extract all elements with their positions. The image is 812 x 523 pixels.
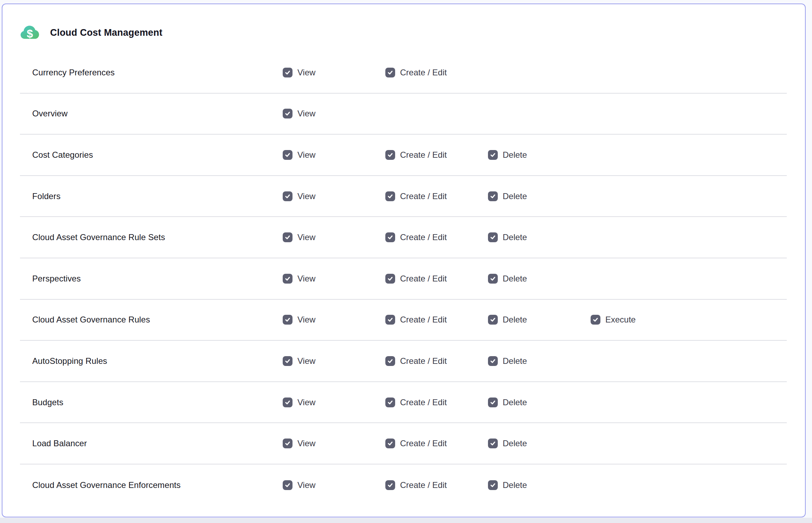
permission-label: View xyxy=(297,109,316,118)
checkbox-checked-icon[interactable] xyxy=(385,398,395,407)
checkbox-checked-icon[interactable] xyxy=(283,480,293,490)
checkbox-checked-icon[interactable] xyxy=(385,356,395,366)
checkbox-checked-icon[interactable] xyxy=(283,68,293,77)
permission-cell[interactable]: View xyxy=(283,356,385,366)
checkbox-checked-icon[interactable] xyxy=(488,150,498,160)
permission-cell[interactable]: Delete xyxy=(488,191,591,201)
checkbox-checked-icon[interactable] xyxy=(283,232,293,242)
row-label: Perspectives xyxy=(32,274,283,284)
permission-cell[interactable]: View xyxy=(283,274,385,284)
permission-cell[interactable]: View xyxy=(283,398,385,407)
cloud-dollar-icon: $ xyxy=(20,24,40,41)
permission-cell[interactable]: Create / Edit xyxy=(385,191,488,201)
permission-label: Create / Edit xyxy=(400,150,447,160)
permission-cell[interactable]: View xyxy=(283,480,385,490)
permission-label: Create / Edit xyxy=(400,315,447,325)
permission-label: View xyxy=(297,68,316,77)
row-label: Cloud Asset Governance Rule Sets xyxy=(32,232,283,242)
checkbox-checked-icon[interactable] xyxy=(283,109,293,118)
checkbox-checked-icon[interactable] xyxy=(488,232,498,242)
permission-cell[interactable]: Delete xyxy=(488,274,591,284)
permission-cell[interactable]: Create / Edit xyxy=(385,150,488,160)
permission-cell[interactable]: Delete xyxy=(488,356,591,366)
permission-label: Delete xyxy=(503,439,527,448)
permission-cell[interactable]: Create / Edit xyxy=(385,232,488,242)
panel-header: $ Cloud Cost Management xyxy=(2,4,805,41)
checkbox-checked-icon[interactable] xyxy=(283,356,293,366)
permission-label: Create / Edit xyxy=(400,191,447,201)
checkbox-checked-icon[interactable] xyxy=(283,315,293,325)
permission-cell[interactable]: View xyxy=(283,109,385,118)
permission-cell[interactable]: View xyxy=(283,68,385,77)
permission-cell[interactable]: Create / Edit xyxy=(385,439,488,448)
permission-label: Create / Edit xyxy=(400,480,447,490)
permission-cell[interactable]: Delete xyxy=(488,232,591,242)
permissions-list: Currency Preferences View Create / Edit … xyxy=(20,52,787,506)
permission-label: View xyxy=(297,232,316,242)
checkbox-checked-icon[interactable] xyxy=(488,439,498,448)
permission-cell[interactable]: Create / Edit xyxy=(385,356,488,366)
permission-cell[interactable]: View xyxy=(283,232,385,242)
checkbox-checked-icon[interactable] xyxy=(488,315,498,325)
permission-cell[interactable]: Delete xyxy=(488,150,591,160)
permission-cell[interactable]: Execute xyxy=(591,315,787,325)
permission-cell[interactable]: Create / Edit xyxy=(385,398,488,407)
permission-label: View xyxy=(297,480,316,490)
page-bottom-strip xyxy=(0,518,812,523)
checkbox-checked-icon[interactable] xyxy=(488,480,498,490)
permission-label: Delete xyxy=(503,232,527,242)
permission-row: Load Balancer View Create / Edit xyxy=(20,423,787,464)
permission-cell[interactable]: Delete xyxy=(488,398,591,407)
permission-cell[interactable]: Create / Edit xyxy=(385,315,488,325)
permission-label: Create / Edit xyxy=(400,232,447,242)
permission-row: Perspectives View Create / Edit xyxy=(20,258,787,300)
permission-cell[interactable]: Create / Edit xyxy=(385,68,488,77)
permission-label: Create / Edit xyxy=(400,439,447,448)
checkbox-checked-icon[interactable] xyxy=(283,191,293,201)
permission-cell[interactable]: Create / Edit xyxy=(385,274,488,284)
permission-cell[interactable]: View xyxy=(283,439,385,448)
permission-row: Budgets View Create / Edit D xyxy=(20,382,787,423)
permission-cell[interactable]: Create / Edit xyxy=(385,480,488,490)
checkbox-checked-icon[interactable] xyxy=(283,150,293,160)
checkbox-checked-icon[interactable] xyxy=(385,315,395,325)
checkbox-checked-icon[interactable] xyxy=(283,398,293,407)
cloud-cost-management-panel: $ Cloud Cost Management Currency Prefere… xyxy=(2,4,806,517)
checkbox-checked-icon[interactable] xyxy=(591,315,600,325)
permission-cell[interactable]: View xyxy=(283,150,385,160)
checkbox-checked-icon[interactable] xyxy=(283,439,293,448)
permission-label: View xyxy=(297,398,316,407)
permission-row: Cost Categories View Create / Edit xyxy=(20,135,787,176)
checkbox-checked-icon[interactable] xyxy=(488,191,498,201)
checkbox-checked-icon[interactable] xyxy=(488,274,498,284)
permission-cell[interactable]: Delete xyxy=(488,315,591,325)
checkbox-checked-icon[interactable] xyxy=(385,191,395,201)
permission-label: View xyxy=(297,191,316,201)
svg-text:$: $ xyxy=(27,27,33,40)
checkbox-checked-icon[interactable] xyxy=(385,274,395,284)
permission-label: Delete xyxy=(503,150,527,160)
permission-label: Delete xyxy=(503,274,527,284)
checkbox-checked-icon[interactable] xyxy=(283,274,293,284)
checkbox-checked-icon[interactable] xyxy=(385,68,395,77)
checkbox-checked-icon[interactable] xyxy=(385,150,395,160)
permission-label: Create / Edit xyxy=(400,274,447,284)
permission-cell[interactable]: Delete xyxy=(488,439,591,448)
checkbox-checked-icon[interactable] xyxy=(488,356,498,366)
checkbox-checked-icon[interactable] xyxy=(385,480,395,490)
permission-label: View xyxy=(297,439,316,448)
permission-cell[interactable]: View xyxy=(283,191,385,201)
checkbox-checked-icon[interactable] xyxy=(488,398,498,407)
row-label: Cloud Asset Governance Enforcements xyxy=(32,480,283,490)
permission-label: Delete xyxy=(503,191,527,201)
permission-cell[interactable]: View xyxy=(283,315,385,325)
permission-row: Overview View xyxy=(20,94,787,135)
permission-cell[interactable]: Delete xyxy=(488,480,591,490)
permission-label: Execute xyxy=(605,315,636,325)
permission-label: View xyxy=(297,150,316,160)
permission-label: View xyxy=(297,315,316,325)
permission-label: Delete xyxy=(503,315,527,325)
checkbox-checked-icon[interactable] xyxy=(385,232,395,242)
checkbox-checked-icon[interactable] xyxy=(385,439,395,448)
row-label: Load Balancer xyxy=(32,439,283,448)
